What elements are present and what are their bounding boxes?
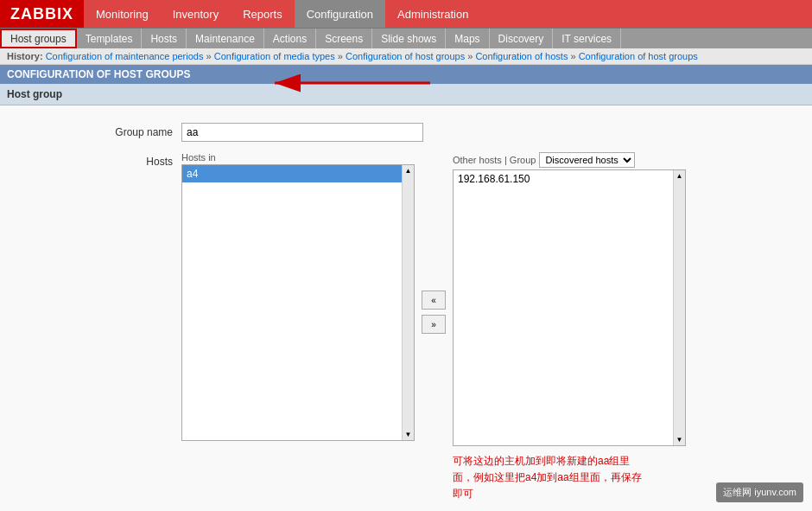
move-left-button[interactable]: « — [422, 291, 446, 310]
other-hosts-list[interactable]: 192.168.61.150 — [454, 170, 673, 445]
subnav-discovery[interactable]: Discovery — [490, 29, 554, 48]
nav-inventory[interactable]: Inventory — [161, 0, 231, 28]
hosts-in-scrollbar: ▲ ▼ — [402, 165, 414, 440]
panel-header: Host group — [0, 84, 812, 105]
history-link-4[interactable]: Configuration of hosts — [475, 51, 568, 61]
form-area: Group name Hosts Hosts in a4 ▲ — [0, 105, 812, 511]
group-select[interactable]: Discovered hosts Linux servers Windows s… — [539, 152, 635, 168]
hosts-in-wrapper: a4 ▲ ▼ — [181, 164, 415, 441]
list-item[interactable]: a4 — [182, 165, 402, 182]
history-link-3[interactable]: Configuration of host groups — [346, 51, 465, 61]
arrow-buttons-area: « » — [422, 152, 446, 334]
other-scroll-up-icon[interactable]: ▲ — [675, 170, 685, 182]
top-navigation: ZABBIX Monitoring Inventory Reports Conf… — [0, 0, 812, 28]
subnav-maps[interactable]: Maps — [446, 29, 489, 48]
subnav-host-groups[interactable]: Host groups — [0, 29, 77, 48]
nav-monitoring[interactable]: Monitoring — [84, 0, 161, 28]
hosts-row: Hosts Hosts in a4 ▲ ▼ — [26, 152, 786, 503]
nav-administration[interactable]: Administration — [385, 0, 480, 28]
other-scroll-track — [674, 182, 685, 434]
other-scroll-down-icon[interactable]: ▼ — [675, 434, 685, 445]
history-link-1[interactable]: Configuration of maintenance periods — [46, 51, 204, 61]
annotation-text: 可将这边的主机加到即将新建的aa组里面，例如这里把a4加到aa组里面，再保存即可 — [453, 453, 643, 503]
other-host-item[interactable]: 192.168.61.150 — [454, 170, 673, 188]
group-name-label: Group name — [26, 123, 181, 138]
history-bar: History: Configuration of maintenance pe… — [0, 48, 812, 65]
move-right-button[interactable]: » — [422, 315, 446, 334]
hosts-in-label: Hosts in — [181, 152, 415, 163]
nav-configuration[interactable]: Configuration — [295, 0, 385, 28]
sub-navigation: Host groups Templates Hosts Maintenance … — [0, 28, 812, 48]
other-hosts-header: Other hosts | Group Discovered hosts Lin… — [453, 152, 686, 168]
scroll-down-icon[interactable]: ▼ — [403, 429, 414, 440]
other-hosts-label: Other hosts | Group — [453, 155, 536, 165]
subnav-hosts[interactable]: Hosts — [142, 29, 187, 48]
subnav-actions[interactable]: Actions — [264, 29, 316, 48]
subnav-screens[interactable]: Screens — [316, 29, 372, 48]
subnav-slide-shows[interactable]: Slide shows — [372, 29, 446, 48]
subnav-it-services[interactable]: IT services — [553, 29, 621, 48]
subnav-maintenance[interactable]: Maintenance — [187, 29, 264, 48]
nav-reports[interactable]: Reports — [231, 0, 295, 28]
scroll-up-icon[interactable]: ▲ — [403, 165, 414, 176]
hosts-container: Hosts in a4 ▲ ▼ « » — [181, 152, 786, 503]
other-hosts-container: Other hosts | Group Discovered hosts Lin… — [453, 152, 686, 503]
hosts-in-list[interactable]: a4 — [182, 165, 402, 440]
other-hosts-wrapper: 192.168.61.150 ▲ ▼ — [453, 169, 686, 446]
scroll-track — [403, 176, 414, 429]
history-link-5[interactable]: Configuration of host groups — [579, 51, 698, 61]
hosts-label: Hosts — [26, 152, 181, 168]
logo: ZABBIX — [0, 0, 84, 28]
history-link-2[interactable]: Configuration of media types — [214, 51, 335, 61]
group-name-row: Group name — [26, 123, 786, 142]
watermark: 运维网 iyunv.com — [716, 482, 803, 502]
other-hosts-scrollbar: ▲ ▼ — [673, 170, 685, 445]
group-name-field — [181, 123, 786, 142]
subnav-templates[interactable]: Templates — [77, 29, 143, 48]
content-area: Host group Group name Hosts Hosts in a4 — [0, 84, 812, 511]
hosts-in-container: Hosts in a4 ▲ ▼ — [181, 152, 415, 441]
section-header: CONFIGURATION OF HOST GROUPS — [0, 65, 812, 84]
group-name-input[interactable] — [181, 123, 423, 142]
